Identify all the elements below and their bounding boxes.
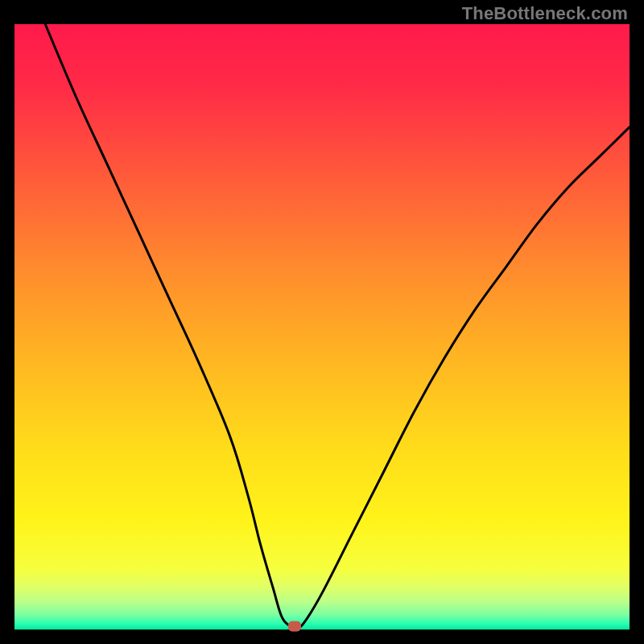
watermark-text: TheBottleneck.com — [462, 3, 628, 24]
bottleneck-chart-svg — [14, 24, 630, 630]
optimal-point-marker — [288, 621, 301, 632]
gradient-background — [14, 24, 630, 630]
chart-plot-area — [14, 24, 630, 630]
